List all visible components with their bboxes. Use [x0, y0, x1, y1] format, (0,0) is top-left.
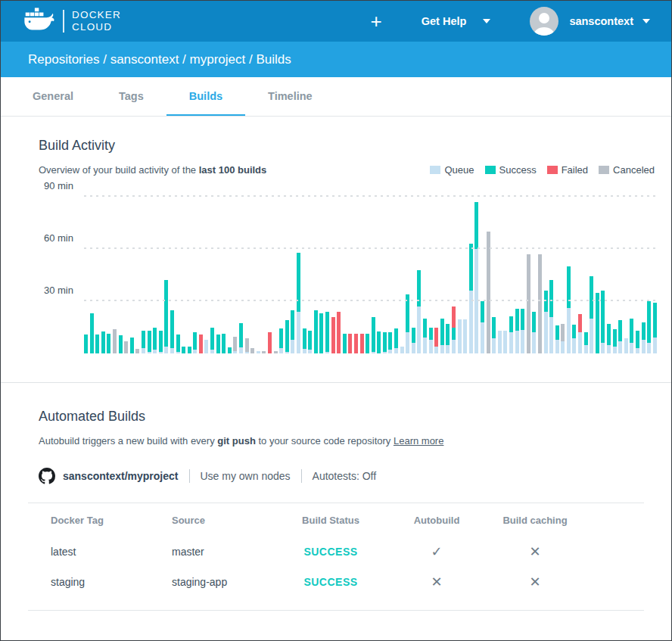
cross-icon[interactable]: ✕: [482, 574, 588, 590]
build-bar: [95, 335, 99, 353]
failed-segment: [578, 314, 582, 332]
success-segment: [521, 309, 524, 330]
success-segment: [84, 335, 88, 353]
build-bar: [481, 301, 484, 353]
build-bar: [148, 331, 151, 353]
build-bar: [653, 303, 657, 353]
success-segment: [388, 332, 392, 350]
build-bar: [394, 328, 398, 353]
build-bar: [204, 340, 208, 353]
tab-builds[interactable]: Builds: [166, 77, 245, 116]
build-bar: [291, 310, 294, 353]
success-segment: [474, 202, 478, 249]
queue-segment: [590, 319, 593, 353]
cross-icon[interactable]: ✕: [482, 543, 588, 560]
queue-segment: [532, 332, 536, 353]
success-segment: [446, 324, 450, 345]
desc-prefix: Autobuild triggers a new build with ever…: [39, 435, 217, 447]
success-segment: [515, 309, 519, 331]
success-segment: [429, 328, 433, 340]
queue-segment: [458, 319, 462, 353]
queue-segment: [400, 347, 404, 353]
success-segment: [148, 331, 151, 352]
build-bar: [647, 301, 651, 353]
get-help-menu[interactable]: Get Help: [422, 15, 491, 27]
success-segment: [228, 347, 232, 353]
build-bar: [624, 338, 628, 353]
build-activity-chart: 90 min60 min30 min: [84, 191, 656, 353]
build-bar: [262, 351, 266, 353]
build-status-badge[interactable]: SUCCESS: [270, 576, 391, 588]
col-header-autobuild: Autobuild: [391, 515, 482, 526]
success-segment: [607, 324, 611, 345]
queue-segment: [481, 322, 484, 353]
build-bar: [549, 280, 553, 353]
check-icon[interactable]: ✓: [391, 543, 482, 560]
success-segment: [394, 328, 398, 348]
repo-info-row: sanscontext/myproject Use my own nodes A…: [39, 468, 633, 484]
build-bar: [498, 331, 502, 353]
build-bar: [578, 314, 582, 353]
build-bar: [257, 351, 260, 353]
queue-segment: [159, 352, 163, 353]
queue-segment: [624, 338, 628, 353]
queue-segment: [372, 352, 375, 353]
automated-builds-section: Automated Builds Autobuild triggers a ne…: [1, 409, 671, 611]
build-bar: [228, 347, 232, 353]
tab-general[interactable]: General: [10, 77, 96, 116]
user-menu[interactable]: sanscontext: [530, 7, 650, 36]
table-row: latest master SUCCESS ✓ ✕: [28, 537, 644, 567]
success-segment: [544, 291, 548, 312]
queue-segment: [423, 338, 427, 353]
build-bar: [188, 347, 191, 353]
build-status-badge[interactable]: SUCCESS: [270, 546, 391, 558]
build-bar: [250, 348, 254, 353]
success-segment: [618, 320, 622, 341]
success-segment: [239, 323, 243, 347]
add-button[interactable]: +: [371, 11, 382, 31]
success-segment: [170, 310, 174, 349]
docker-cloud-logo[interactable]: DOCKER CLOUD: [23, 7, 121, 36]
queue-segment: [325, 352, 329, 353]
brand-text: DOCKER CLOUD: [72, 9, 121, 33]
top-header: DOCKER CLOUD + Get Help sanscontext: [1, 1, 671, 42]
docker-tag-cell: staging: [51, 576, 172, 588]
build-bar: [561, 324, 565, 353]
queue-segment: [193, 350, 197, 353]
build-activity-title: Build Activity: [39, 138, 633, 154]
build-bar: [285, 320, 289, 353]
success-segment: [366, 334, 369, 353]
gridline-90: [84, 195, 656, 197]
tab-bar: General Tags Builds Timeline: [1, 77, 671, 117]
build-bar: [348, 334, 352, 353]
chart-legend: Queue Success Failed Canceled: [430, 164, 655, 176]
build-tags-table: Docker Tag Source Build Status Autobuild…: [28, 503, 644, 611]
learn-more-link[interactable]: Learn more: [394, 435, 443, 447]
success-segment: [636, 331, 639, 348]
build-bar: [532, 312, 536, 353]
repo-name-link[interactable]: sanscontext/myproject: [63, 470, 179, 482]
gridline-60: [84, 247, 656, 249]
failed-segment: [434, 328, 438, 347]
success-segment: [210, 328, 214, 350]
cross-icon[interactable]: ✕: [391, 574, 482, 590]
build-bar: [119, 335, 123, 353]
build-bar: [630, 319, 633, 353]
queue-segment: [303, 349, 306, 353]
success-segment: [107, 334, 110, 353]
success-segment: [297, 253, 300, 312]
build-bar: [412, 328, 415, 353]
queue-segment: [630, 343, 633, 353]
tab-timeline[interactable]: Timeline: [245, 77, 335, 116]
queue-segment: [297, 312, 300, 353]
success-segment: [653, 303, 657, 338]
automated-builds-description: Autobuild triggers a new build with ever…: [39, 435, 633, 447]
tab-tags[interactable]: Tags: [96, 77, 166, 116]
build-bar: [343, 334, 347, 353]
queue-segment: [388, 350, 392, 353]
subtitle-prefix: Overview of your build activity of the: [39, 164, 199, 176]
success-segment: [372, 317, 375, 352]
breadcrumb[interactable]: Repositories / sanscontext / myproject /…: [28, 52, 291, 67]
success-segment: [601, 291, 605, 343]
queue-segment: [153, 350, 157, 353]
